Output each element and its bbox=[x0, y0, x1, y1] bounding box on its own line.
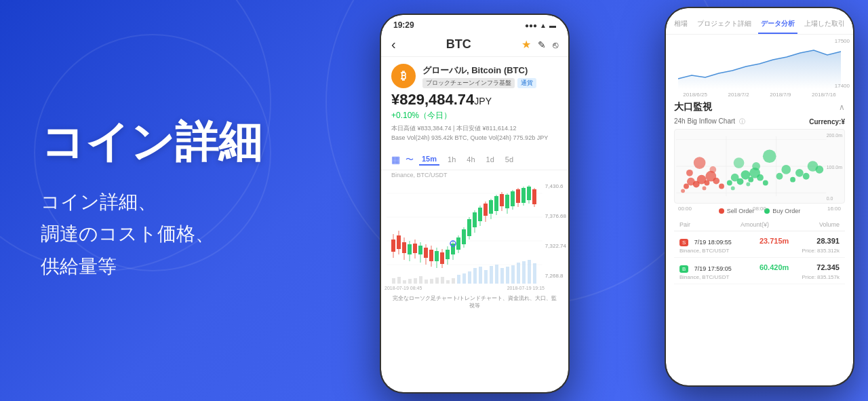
row1-pair: S 7/19 18:09:55 bbox=[679, 235, 732, 247]
x-label-4: 2018/7/16 bbox=[812, 92, 836, 98]
svg-rect-28 bbox=[522, 261, 526, 284]
share-icon[interactable]: ⎋ bbox=[553, 39, 558, 50]
svg-rect-34 bbox=[397, 235, 401, 249]
chart-date-end: 2018-07-19 19:15 bbox=[507, 286, 545, 290]
svg-point-121 bbox=[803, 173, 810, 180]
status-bar: 19:29 ●●● ▲ ▬ bbox=[381, 15, 568, 33]
svg-rect-68 bbox=[489, 200, 493, 214]
coin-tags: ブロックチェーンインフラ基盤 通貨 bbox=[422, 78, 536, 88]
svg-rect-20 bbox=[479, 267, 482, 284]
nav-bar: ‹ BTC ★ ✎ ⎋ bbox=[381, 33, 568, 57]
price-label-low2: 7,268.8 bbox=[545, 273, 566, 279]
back-button[interactable]: ‹ bbox=[391, 37, 396, 52]
tab-4h[interactable]: 4h bbox=[464, 154, 477, 165]
svg-rect-11 bbox=[430, 279, 433, 284]
nav-title: BTC bbox=[446, 37, 471, 52]
svg-point-118 bbox=[781, 165, 791, 174]
price-label-low1: 7,322.74 bbox=[545, 243, 566, 249]
coin-tag-blockchain: ブロックチェーンインフラ基盤 bbox=[422, 78, 515, 88]
svg-point-112 bbox=[731, 186, 735, 190]
svg-rect-8 bbox=[414, 278, 417, 284]
status-time: 19:29 bbox=[393, 20, 414, 30]
row2-line2: Binance, BTC/USDT Price: 835.157k bbox=[679, 274, 840, 280]
svg-rect-13 bbox=[441, 277, 444, 284]
x-label-2: 2018/7/2 bbox=[728, 92, 749, 98]
row2-pair-name: Binance, BTC/USDT bbox=[679, 274, 729, 280]
scatter-y-labels: 200.0m 100.0m 0.0 bbox=[827, 133, 842, 201]
svg-point-119 bbox=[790, 177, 795, 183]
svg-rect-10 bbox=[425, 280, 428, 284]
x-08: 08:00 bbox=[753, 206, 766, 212]
svg-rect-25 bbox=[506, 267, 509, 284]
tab-1d[interactable]: 1d bbox=[484, 154, 497, 165]
coin-full-name: グローバル, Bitcoin (BTC) bbox=[422, 64, 536, 77]
svg-rect-7 bbox=[408, 279, 412, 284]
phone-btc-detail: 19:29 ●●● ▲ ▬ ‹ BTC ★ ✎ ⎋ bbox=[380, 14, 570, 394]
svg-rect-14 bbox=[446, 280, 450, 284]
svg-point-110 bbox=[757, 174, 764, 181]
svg-rect-36 bbox=[402, 242, 406, 253]
svg-rect-74 bbox=[505, 195, 509, 208]
price-label-high: 7,430.6 bbox=[545, 183, 566, 189]
coin-stat1: 本日高値 ¥833,384.74 | 本日安値 ¥811,614.12 bbox=[391, 124, 558, 134]
svg-rect-23 bbox=[495, 265, 498, 284]
collapse-icon[interactable]: ∧ bbox=[839, 102, 845, 112]
svg-rect-4 bbox=[392, 278, 395, 284]
sub-line1: コイン詳細、 bbox=[41, 186, 262, 218]
coin-info: ₿ グローバル, Bitcoin (BTC) ブロックチェーンインフラ基盤 通貨… bbox=[381, 57, 568, 149]
svg-rect-72 bbox=[500, 194, 504, 206]
svg-rect-60 bbox=[467, 219, 471, 236]
table-row: B 7/19 17:59:05 60.420m 72.345 Binance, … bbox=[674, 258, 845, 284]
row2-amount: 60.420m bbox=[760, 263, 789, 271]
x-00: 00:00 bbox=[678, 206, 692, 212]
svg-rect-9 bbox=[419, 276, 422, 284]
main-title: コイン詳細 bbox=[41, 118, 262, 166]
svg-point-111 bbox=[763, 180, 768, 186]
line-chart-area: 17500 17400 2018/6/25 2018/7/2 bbox=[666, 35, 853, 96]
x-label-3: 2018/7/9 bbox=[770, 92, 791, 98]
svg-rect-32 bbox=[391, 240, 395, 252]
scatter-y-mid: 100.0m bbox=[827, 165, 842, 170]
tab-listed[interactable]: 上場した取引 bbox=[802, 16, 848, 34]
svg-rect-82 bbox=[527, 187, 531, 200]
svg-point-115 bbox=[734, 157, 745, 168]
tab-data[interactable]: データ分析 bbox=[758, 16, 797, 34]
tab-1h[interactable]: 1h bbox=[445, 154, 458, 165]
chart-bar-icon: ▦ bbox=[391, 154, 400, 165]
whale-title-row: 大口監視 ∧ bbox=[674, 101, 845, 113]
favorite-icon[interactable]: ★ bbox=[521, 38, 531, 51]
coin-header: ₿ グローバル, Bitcoin (BTC) ブロックチェーンインフラ基盤 通貨 bbox=[391, 64, 558, 88]
svg-point-123 bbox=[815, 166, 823, 174]
svg-point-98 bbox=[719, 184, 724, 189]
status-icons: ●●● ▲ ▬ bbox=[525, 22, 556, 29]
svg-rect-12 bbox=[435, 278, 439, 284]
tab-souba[interactable]: 相場 bbox=[671, 16, 690, 34]
row2-price: Price: 835.157k bbox=[802, 274, 840, 280]
price-unit: JPY bbox=[474, 96, 492, 107]
svg-rect-44 bbox=[424, 248, 428, 258]
left-section: コイン詳細 コイン詳細、 調達のコスト価格、 供給量等 bbox=[41, 118, 262, 283]
svg-rect-16 bbox=[457, 275, 460, 284]
chart-line-icon: 〜 bbox=[406, 154, 414, 166]
y-label-low: 17400 bbox=[835, 83, 850, 89]
row1-amount: 23.715m bbox=[760, 237, 789, 245]
phones-container: 19:29 ●●● ▲ ▬ ‹ BTC ★ ✎ ⎋ bbox=[326, 0, 868, 401]
coin-change: +0.10%（今日） bbox=[391, 110, 558, 121]
tab-15m[interactable]: 15m bbox=[419, 153, 439, 166]
svg-rect-62 bbox=[473, 212, 477, 227]
scatter-x-labels: 00:00 08:00 16:00 bbox=[675, 206, 844, 212]
edit-icon[interactable]: ✎ bbox=[538, 39, 546, 50]
coin-price: ¥829,484.74JPY bbox=[391, 91, 558, 109]
tab-5d[interactable]: 5d bbox=[502, 154, 516, 165]
candlestick-chart bbox=[381, 180, 568, 292]
sub-line2: 調達のコスト価格、 bbox=[41, 218, 262, 251]
svg-point-120 bbox=[795, 169, 804, 177]
row1-price: Price: 835.312k bbox=[802, 248, 840, 254]
tab-project[interactable]: プロジェクト詳細 bbox=[694, 16, 754, 34]
coin-stats: 本日高値 ¥833,384.74 | 本日安値 ¥811,614.12 Base… bbox=[391, 124, 558, 142]
svg-rect-18 bbox=[468, 271, 471, 284]
th-volume: Volume bbox=[819, 221, 840, 228]
info-icon: ⓘ bbox=[739, 118, 745, 125]
svg-rect-54 bbox=[451, 244, 455, 254]
svg-rect-56 bbox=[456, 237, 460, 250]
